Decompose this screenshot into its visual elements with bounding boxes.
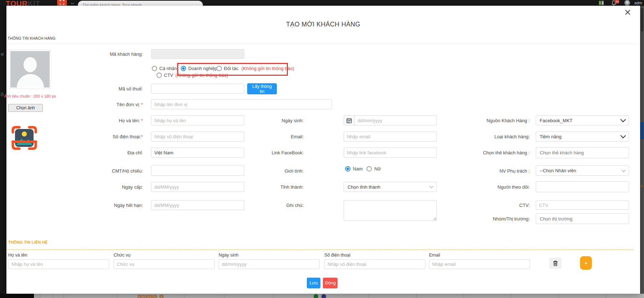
radio-male-label: Nam xyxy=(353,166,363,172)
delete-contact-row-button[interactable] xyxy=(549,258,561,269)
note-label: Ghi chú: xyxy=(218,203,304,208)
radio-female[interactable] xyxy=(366,166,372,172)
email-label: Email: xyxy=(218,134,304,139)
follower-input[interactable] xyxy=(536,181,629,192)
facebook-input[interactable] xyxy=(344,148,437,158)
radio-ctv[interactable] xyxy=(156,73,162,78)
radio-ca-nhan[interactable] xyxy=(152,66,157,71)
username-label: adm xyxy=(634,1,642,5)
person-silhouette-icon xyxy=(24,57,37,72)
modal-title: TẠO MỚI KHÁCH HÀNG xyxy=(6,21,640,28)
chevron-down-icon xyxy=(621,168,625,172)
issue-date-label: Ngày cấp: xyxy=(36,184,143,190)
screen: TOURKIT ↔ 14 adm ạt Ố 1 20/10/2025_05 TẠ… xyxy=(0,0,644,298)
birthday-input[interactable] xyxy=(354,115,437,125)
contact-dashed-divider xyxy=(7,249,633,250)
contact-phone-label: Số điện thoại xyxy=(324,253,350,258)
section-customer-title: THÔNG TIN KHÁCH HÀNG xyxy=(8,36,55,40)
province-select[interactable]: Chọn tỉnh thành xyxy=(344,182,437,192)
user-avatar[interactable] xyxy=(624,0,630,6)
app-logo: TOURKIT xyxy=(6,0,40,6)
tax-code-input[interactable] xyxy=(151,84,244,94)
tax-code-label: Mã số thuế: xyxy=(36,86,143,91)
assignee-label: NV Phụ trách : xyxy=(448,168,530,174)
contact-position-label: Chức vụ xyxy=(114,253,130,258)
highlight-annotation-box xyxy=(177,63,288,76)
customer-type-select[interactable]: Tiềm năng xyxy=(536,131,629,141)
market-group-input[interactable]: Chọn thị trường xyxy=(536,213,629,224)
province-label: Tỉnh thành: xyxy=(218,184,304,190)
radio-ctv-label: CTV xyxy=(164,73,173,78)
note-textarea[interactable] xyxy=(344,200,437,221)
expand-icon xyxy=(60,0,64,5)
collapse-sidebar-icon[interactable]: ↔ xyxy=(70,0,75,5)
photo-size-hint: Ảnh tiêu chuẩn : 200 x 180 px xyxy=(4,94,56,99)
customer-type-label: Loại khách hàng: xyxy=(448,134,530,139)
facebook-label: Link FaceBook: xyxy=(218,150,304,155)
customer-tag-input[interactable]: Chọn thẻ khách hàng xyxy=(536,147,629,158)
contact-name-label: Họ và tên xyxy=(8,253,28,258)
contact-email-input[interactable] xyxy=(429,259,530,269)
contact-phone-input[interactable] xyxy=(324,259,425,269)
section-contact-title: THÔNG TIN LIÊN HỆ xyxy=(8,240,48,244)
calendar-icon[interactable] xyxy=(344,115,355,125)
source-label: Nguồn Khách Hàng : xyxy=(448,118,530,123)
close-icon[interactable]: × xyxy=(624,6,631,18)
contact-birthday-label: Ngày sinh xyxy=(219,253,239,258)
full-name-label: Họ và tên:* xyxy=(36,118,143,123)
source-select[interactable]: Facebook_MKT xyxy=(536,115,629,125)
notification-count-badge: 14 xyxy=(615,0,619,4)
chevron-down-icon xyxy=(429,184,433,188)
company-name-label: Tên đơn vị:* xyxy=(36,102,143,107)
radio-ca-nhan-label: Cá nhân xyxy=(159,66,177,71)
global-search-input[interactable] xyxy=(78,1,203,6)
company-name-input[interactable] xyxy=(151,99,332,109)
ctv-label: CTV: xyxy=(448,203,530,208)
address-label: Địa chỉ: xyxy=(36,150,143,155)
add-contact-row-button[interactable]: + xyxy=(580,256,592,270)
radio-female-label: Nữ xyxy=(374,166,381,172)
expiry-date-label: Ngày hết hạn: xyxy=(36,203,143,208)
customer-tag-label: Chọn thẻ khách hàng : xyxy=(448,150,530,155)
contact-position-input[interactable] xyxy=(114,259,215,269)
fetch-info-button[interactable]: Lấy thông tin xyxy=(247,83,277,94)
market-group-label: Nhóm/Thị trường: xyxy=(448,216,530,222)
follower-label: Người theo dõi: xyxy=(448,184,530,190)
trash-icon xyxy=(553,260,558,266)
ctv-input[interactable] xyxy=(536,200,629,210)
assignee-select[interactable]: --Chọn Nhân viên xyxy=(536,165,629,176)
birthday-label: Ngày sinh: xyxy=(218,118,304,123)
chevron-down-icon xyxy=(620,117,626,123)
guide-book-icon[interactable] xyxy=(599,0,604,6)
close-button[interactable]: Đóng xyxy=(323,278,338,288)
chevron-down-icon xyxy=(620,133,626,139)
section-divider xyxy=(7,44,639,44)
save-button[interactable]: Lưu xyxy=(307,278,320,288)
contact-birthday-input[interactable] xyxy=(219,259,320,269)
top-app-bar: TOURKIT ↔ 14 adm xyxy=(0,0,644,6)
phone-label: Số điện thoại:* xyxy=(36,134,143,139)
fullscreen-button[interactable] xyxy=(57,0,67,6)
contact-email-label: Email xyxy=(429,253,440,258)
contact-name-input[interactable] xyxy=(8,259,109,269)
email-input[interactable] xyxy=(344,131,437,141)
id-passport-label: CMT/Hộ chiếu: xyxy=(36,168,143,174)
customer-code-input xyxy=(151,49,244,59)
customer-code-label: Mã khách hàng: xyxy=(36,51,143,57)
scan-photo-icon[interactable] xyxy=(11,125,38,151)
gender-label: Giới tính: xyxy=(218,168,304,174)
radio-male[interactable] xyxy=(345,166,350,172)
